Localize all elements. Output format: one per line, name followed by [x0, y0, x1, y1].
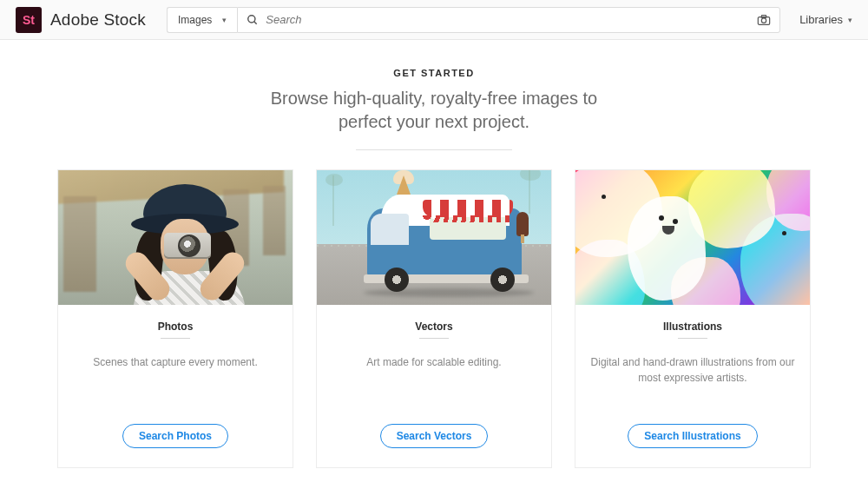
search-category-value: Images	[178, 14, 212, 26]
svg-point-0	[248, 15, 255, 22]
search-category-select[interactable]: Images ▾	[167, 7, 237, 33]
card-body: Illustrations Digital and hand-drawn ill…	[575, 305, 810, 467]
card-vectors: Vectors Art made for scalable editing. S…	[316, 169, 552, 468]
card-body: Vectors Art made for scalable editing. S…	[317, 305, 551, 467]
search-icon	[247, 14, 259, 26]
card-title: Illustrations	[663, 320, 722, 333]
card-illustrations-thumbnail[interactable]	[575, 170, 810, 305]
category-cards: Photos Scenes that capture every moment.…	[0, 169, 868, 468]
search-illustrations-button[interactable]: Search Illustrations	[628, 424, 757, 448]
libraries-menu[interactable]: Libraries ▾	[799, 13, 852, 26]
brand-name: Adobe Stock	[50, 10, 146, 30]
card-photos: Photos Scenes that capture every moment.…	[57, 169, 293, 468]
hero-subtitle-line2: perfect your next project.	[0, 110, 868, 134]
card-description: Art made for scalable editing.	[366, 354, 501, 400]
libraries-label: Libraries	[799, 13, 843, 26]
svg-point-3	[761, 18, 766, 23]
camera-icon[interactable]	[757, 14, 771, 26]
search-photos-button[interactable]: Search Photos	[122, 424, 228, 448]
adobe-stock-logo[interactable]: St	[16, 7, 42, 33]
top-header: St Adobe Stock Images ▾ Libraries ▾	[0, 0, 868, 40]
card-vectors-thumbnail[interactable]	[317, 170, 551, 305]
hero-divider	[356, 149, 512, 150]
card-illustrations: Illustrations Digital and hand-drawn ill…	[575, 169, 811, 468]
logo-text: St	[23, 13, 35, 27]
svg-line-1	[254, 21, 257, 23]
chevron-down-icon: ▾	[848, 16, 852, 24]
card-title: Vectors	[415, 320, 452, 333]
title-underline	[678, 338, 707, 339]
hero-subtitle: Browse high-quality, royalty-free images…	[0, 87, 868, 134]
card-description: Digital and hand-drawn illustrations fro…	[589, 354, 796, 400]
search-bar[interactable]	[237, 7, 780, 33]
card-title: Photos	[158, 320, 194, 333]
svg-rect-4	[761, 15, 766, 17]
card-photos-thumbnail[interactable]	[58, 170, 293, 305]
search-vectors-button[interactable]: Search Vectors	[380, 424, 489, 448]
chevron-down-icon: ▾	[222, 16, 227, 24]
card-body: Photos Scenes that capture every moment.…	[58, 305, 293, 467]
hero-kicker: GET STARTED	[0, 68, 868, 78]
title-underline	[419, 338, 449, 339]
title-underline	[161, 338, 190, 339]
card-description: Scenes that capture every moment.	[93, 354, 257, 400]
search-input[interactable]	[266, 13, 743, 26]
hero-section: GET STARTED Browse high-quality, royalty…	[0, 40, 868, 169]
hero-subtitle-line1: Browse high-quality, royalty-free images…	[0, 87, 868, 110]
